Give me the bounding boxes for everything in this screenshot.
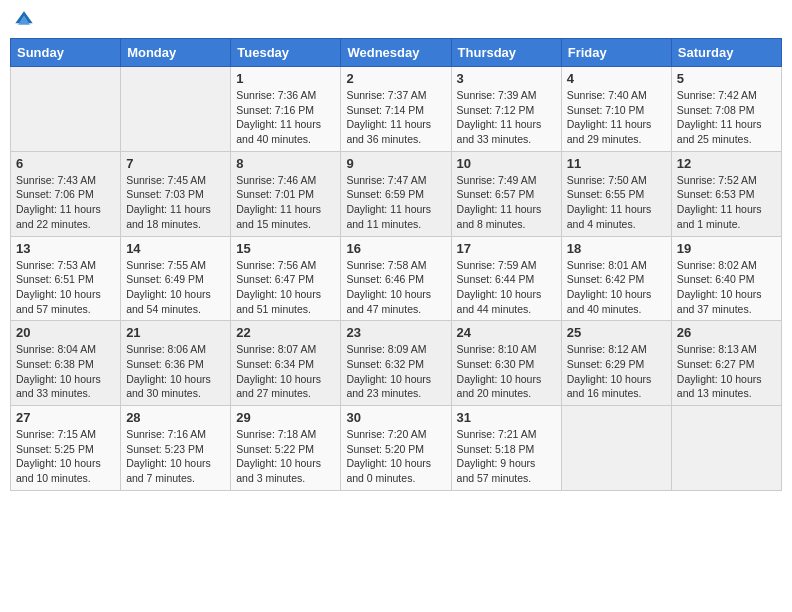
day-cell: 1Sunrise: 7:36 AM Sunset: 7:16 PM Daylig…	[231, 67, 341, 152]
day-info: Sunrise: 7:43 AM Sunset: 7:06 PM Dayligh…	[16, 173, 115, 232]
day-cell: 30Sunrise: 7:20 AM Sunset: 5:20 PM Dayli…	[341, 406, 451, 491]
day-cell: 2Sunrise: 7:37 AM Sunset: 7:14 PM Daylig…	[341, 67, 451, 152]
day-info: Sunrise: 7:36 AM Sunset: 7:16 PM Dayligh…	[236, 88, 335, 147]
day-info: Sunrise: 8:07 AM Sunset: 6:34 PM Dayligh…	[236, 342, 335, 401]
day-cell: 25Sunrise: 8:12 AM Sunset: 6:29 PM Dayli…	[561, 321, 671, 406]
day-info: Sunrise: 7:55 AM Sunset: 6:49 PM Dayligh…	[126, 258, 225, 317]
day-info: Sunrise: 7:45 AM Sunset: 7:03 PM Dayligh…	[126, 173, 225, 232]
day-number: 10	[457, 156, 556, 171]
day-number: 26	[677, 325, 776, 340]
day-info: Sunrise: 8:02 AM Sunset: 6:40 PM Dayligh…	[677, 258, 776, 317]
day-info: Sunrise: 7:21 AM Sunset: 5:18 PM Dayligh…	[457, 427, 556, 486]
day-info: Sunrise: 7:15 AM Sunset: 5:25 PM Dayligh…	[16, 427, 115, 486]
day-number: 23	[346, 325, 445, 340]
day-cell: 13Sunrise: 7:53 AM Sunset: 6:51 PM Dayli…	[11, 236, 121, 321]
day-info: Sunrise: 7:37 AM Sunset: 7:14 PM Dayligh…	[346, 88, 445, 147]
day-number: 20	[16, 325, 115, 340]
day-cell	[671, 406, 781, 491]
week-row-5: 27Sunrise: 7:15 AM Sunset: 5:25 PM Dayli…	[11, 406, 782, 491]
day-cell: 22Sunrise: 8:07 AM Sunset: 6:34 PM Dayli…	[231, 321, 341, 406]
day-number: 5	[677, 71, 776, 86]
day-number: 12	[677, 156, 776, 171]
day-cell: 20Sunrise: 8:04 AM Sunset: 6:38 PM Dayli…	[11, 321, 121, 406]
day-number: 27	[16, 410, 115, 425]
day-number: 31	[457, 410, 556, 425]
day-info: Sunrise: 7:46 AM Sunset: 7:01 PM Dayligh…	[236, 173, 335, 232]
logo-icon	[14, 10, 34, 30]
day-cell: 5Sunrise: 7:42 AM Sunset: 7:08 PM Daylig…	[671, 67, 781, 152]
page-header	[10, 10, 782, 30]
day-number: 18	[567, 241, 666, 256]
day-cell: 27Sunrise: 7:15 AM Sunset: 5:25 PM Dayli…	[11, 406, 121, 491]
day-cell: 28Sunrise: 7:16 AM Sunset: 5:23 PM Dayli…	[121, 406, 231, 491]
day-cell: 15Sunrise: 7:56 AM Sunset: 6:47 PM Dayli…	[231, 236, 341, 321]
day-cell: 4Sunrise: 7:40 AM Sunset: 7:10 PM Daylig…	[561, 67, 671, 152]
day-number: 19	[677, 241, 776, 256]
day-number: 9	[346, 156, 445, 171]
day-cell: 17Sunrise: 7:59 AM Sunset: 6:44 PM Dayli…	[451, 236, 561, 321]
day-number: 4	[567, 71, 666, 86]
day-info: Sunrise: 7:20 AM Sunset: 5:20 PM Dayligh…	[346, 427, 445, 486]
day-info: Sunrise: 7:52 AM Sunset: 6:53 PM Dayligh…	[677, 173, 776, 232]
day-info: Sunrise: 7:42 AM Sunset: 7:08 PM Dayligh…	[677, 88, 776, 147]
day-number: 14	[126, 241, 225, 256]
day-cell: 21Sunrise: 8:06 AM Sunset: 6:36 PM Dayli…	[121, 321, 231, 406]
day-number: 8	[236, 156, 335, 171]
day-info: Sunrise: 7:56 AM Sunset: 6:47 PM Dayligh…	[236, 258, 335, 317]
day-info: Sunrise: 8:06 AM Sunset: 6:36 PM Dayligh…	[126, 342, 225, 401]
day-cell	[561, 406, 671, 491]
day-number: 30	[346, 410, 445, 425]
day-info: Sunrise: 8:10 AM Sunset: 6:30 PM Dayligh…	[457, 342, 556, 401]
day-cell: 14Sunrise: 7:55 AM Sunset: 6:49 PM Dayli…	[121, 236, 231, 321]
weekday-header-row: SundayMondayTuesdayWednesdayThursdayFrid…	[11, 39, 782, 67]
day-number: 28	[126, 410, 225, 425]
day-info: Sunrise: 7:53 AM Sunset: 6:51 PM Dayligh…	[16, 258, 115, 317]
day-number: 16	[346, 241, 445, 256]
week-row-3: 13Sunrise: 7:53 AM Sunset: 6:51 PM Dayli…	[11, 236, 782, 321]
weekday-header-sunday: Sunday	[11, 39, 121, 67]
day-info: Sunrise: 8:01 AM Sunset: 6:42 PM Dayligh…	[567, 258, 666, 317]
day-cell: 19Sunrise: 8:02 AM Sunset: 6:40 PM Dayli…	[671, 236, 781, 321]
day-number: 15	[236, 241, 335, 256]
weekday-header-monday: Monday	[121, 39, 231, 67]
day-info: Sunrise: 7:40 AM Sunset: 7:10 PM Dayligh…	[567, 88, 666, 147]
day-cell: 7Sunrise: 7:45 AM Sunset: 7:03 PM Daylig…	[121, 151, 231, 236]
day-number: 17	[457, 241, 556, 256]
calendar-table: SundayMondayTuesdayWednesdayThursdayFrid…	[10, 38, 782, 491]
day-number: 7	[126, 156, 225, 171]
day-info: Sunrise: 7:16 AM Sunset: 5:23 PM Dayligh…	[126, 427, 225, 486]
day-info: Sunrise: 7:49 AM Sunset: 6:57 PM Dayligh…	[457, 173, 556, 232]
day-number: 21	[126, 325, 225, 340]
week-row-1: 1Sunrise: 7:36 AM Sunset: 7:16 PM Daylig…	[11, 67, 782, 152]
weekday-header-wednesday: Wednesday	[341, 39, 451, 67]
weekday-header-saturday: Saturday	[671, 39, 781, 67]
week-row-2: 6Sunrise: 7:43 AM Sunset: 7:06 PM Daylig…	[11, 151, 782, 236]
day-number: 6	[16, 156, 115, 171]
day-number: 25	[567, 325, 666, 340]
day-info: Sunrise: 8:09 AM Sunset: 6:32 PM Dayligh…	[346, 342, 445, 401]
day-cell: 18Sunrise: 8:01 AM Sunset: 6:42 PM Dayli…	[561, 236, 671, 321]
day-number: 29	[236, 410, 335, 425]
day-cell: 9Sunrise: 7:47 AM Sunset: 6:59 PM Daylig…	[341, 151, 451, 236]
day-number: 13	[16, 241, 115, 256]
day-number: 11	[567, 156, 666, 171]
logo	[14, 10, 38, 30]
day-number: 1	[236, 71, 335, 86]
day-number: 24	[457, 325, 556, 340]
day-info: Sunrise: 7:47 AM Sunset: 6:59 PM Dayligh…	[346, 173, 445, 232]
day-cell: 6Sunrise: 7:43 AM Sunset: 7:06 PM Daylig…	[11, 151, 121, 236]
day-info: Sunrise: 8:13 AM Sunset: 6:27 PM Dayligh…	[677, 342, 776, 401]
day-cell: 11Sunrise: 7:50 AM Sunset: 6:55 PM Dayli…	[561, 151, 671, 236]
day-cell: 16Sunrise: 7:58 AM Sunset: 6:46 PM Dayli…	[341, 236, 451, 321]
day-cell: 8Sunrise: 7:46 AM Sunset: 7:01 PM Daylig…	[231, 151, 341, 236]
day-number: 3	[457, 71, 556, 86]
day-info: Sunrise: 7:50 AM Sunset: 6:55 PM Dayligh…	[567, 173, 666, 232]
day-cell	[11, 67, 121, 152]
day-cell: 12Sunrise: 7:52 AM Sunset: 6:53 PM Dayli…	[671, 151, 781, 236]
day-info: Sunrise: 7:58 AM Sunset: 6:46 PM Dayligh…	[346, 258, 445, 317]
week-row-4: 20Sunrise: 8:04 AM Sunset: 6:38 PM Dayli…	[11, 321, 782, 406]
day-number: 2	[346, 71, 445, 86]
day-cell: 23Sunrise: 8:09 AM Sunset: 6:32 PM Dayli…	[341, 321, 451, 406]
day-cell: 31Sunrise: 7:21 AM Sunset: 5:18 PM Dayli…	[451, 406, 561, 491]
weekday-header-friday: Friday	[561, 39, 671, 67]
